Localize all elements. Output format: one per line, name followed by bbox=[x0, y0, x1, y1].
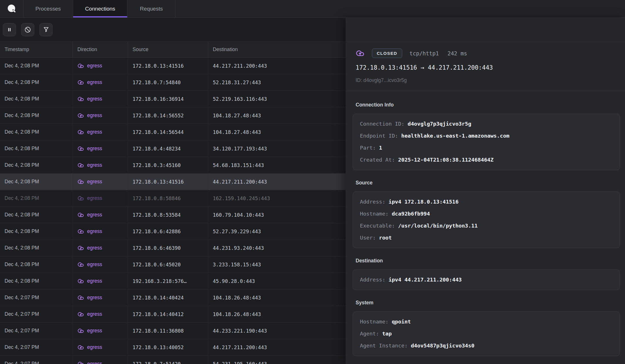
cell-timestamp: Dec 4, 2:08 PM bbox=[0, 58, 73, 74]
table-row[interactable]: Dec 4, 2:07 PM egress 172.18.0.14:40412 … bbox=[0, 306, 346, 323]
cell-timestamp: Dec 4, 2:08 PM bbox=[0, 74, 73, 91]
section-system: SystemHostname: qpointAgent: tapAgent In… bbox=[353, 300, 620, 356]
column-header-timestamp[interactable]: Timestamp bbox=[0, 42, 73, 57]
field-label: Part: bbox=[360, 145, 379, 151]
connection-detail-panel: CLOSED tcp/http1 242 ms 172.18.0.13:4151… bbox=[346, 18, 625, 364]
field-value: ipv4 172.18.0.13:41516 bbox=[388, 199, 458, 205]
cell-destination: 160.79.104.10:443 bbox=[208, 207, 346, 223]
cloud-upload-icon bbox=[77, 327, 84, 334]
cell-destination: 3.233.158.15:443 bbox=[208, 256, 346, 273]
table-row[interactable]: Dec 4, 2:07 PM egress 172.18.0.7:51420 5… bbox=[0, 356, 346, 364]
filter-icon bbox=[43, 26, 49, 33]
column-header-destination[interactable]: Destination bbox=[208, 42, 346, 57]
section-source: SourceAddress: ipv4 172.18.0.13:41516Hos… bbox=[353, 180, 620, 248]
pause-button[interactable] bbox=[3, 23, 16, 36]
direction-label: egress bbox=[87, 129, 102, 135]
field-value: /usr/local/bin/python3.11 bbox=[398, 223, 478, 229]
direction-label: egress bbox=[87, 179, 102, 185]
table-row[interactable]: Dec 4, 2:08 PM egress 172.18.0.8:53584 1… bbox=[0, 207, 346, 223]
table-row[interactable]: Dec 4, 2:08 PM egress 192.168.3.218:576…… bbox=[0, 273, 346, 289]
table-row[interactable]: Dec 4, 2:08 PM egress 172.18.0.3:45160 5… bbox=[0, 157, 346, 174]
direction-label: egress bbox=[87, 162, 102, 168]
cloud-upload-icon bbox=[77, 261, 84, 268]
cloud-upload-icon bbox=[356, 49, 364, 58]
field-value: qpoint bbox=[392, 319, 411, 325]
cell-source: 172.18.0.16:36914 bbox=[128, 91, 208, 107]
section-destination: DestinationAddress: ipv4 44.217.211.200:… bbox=[353, 258, 620, 290]
app-window: ProcessesConnectionsRequests bbox=[0, 0, 625, 364]
table-row[interactable]: Dec 4, 2:08 PM egress 172.18.0.13:41516 … bbox=[0, 174, 346, 190]
field-value: 2025-12-04T21:08:38.112468464Z bbox=[398, 157, 494, 163]
field-label: Agent Instance: bbox=[360, 343, 411, 349]
table-row[interactable]: Dec 4, 2:07 PM egress 172.18.0.14:40424 … bbox=[0, 289, 346, 306]
cell-source: 172.18.0.3:45160 bbox=[128, 157, 208, 173]
table-row[interactable]: Dec 4, 2:08 PM egress 172.18.0.4:48234 3… bbox=[0, 140, 346, 157]
table-row[interactable]: Dec 4, 2:08 PM egress 172.18.0.8:58846 1… bbox=[0, 190, 346, 207]
cell-source: 172.18.0.14:40424 bbox=[128, 289, 208, 306]
direction-label: egress bbox=[87, 295, 102, 301]
column-header-direction[interactable]: Direction bbox=[73, 42, 128, 57]
field-label: Executable: bbox=[360, 223, 398, 229]
status-row: CLOSED tcp/http1 242 ms bbox=[356, 49, 619, 58]
panel-body: Connection InfoConnection ID: d4ovglg7p3… bbox=[346, 91, 625, 364]
table-row[interactable]: Dec 4, 2:08 PM egress 172.18.0.6:45020 3… bbox=[0, 256, 346, 273]
field-line: Hostname: dca92b6fb994 bbox=[360, 208, 613, 220]
app-logo[interactable] bbox=[0, 0, 23, 17]
cell-timestamp: Dec 4, 2:07 PM bbox=[0, 339, 73, 355]
cell-source: 172.18.0.7:54840 bbox=[128, 74, 208, 91]
cell-timestamp: Dec 4, 2:07 PM bbox=[0, 289, 73, 306]
table-row[interactable]: Dec 4, 2:08 PM egress 172.18.0.16:36914 … bbox=[0, 91, 346, 107]
filter-button[interactable] bbox=[39, 23, 53, 36]
cell-timestamp: Dec 4, 2:08 PM bbox=[0, 174, 73, 190]
cell-direction: egress bbox=[73, 289, 128, 306]
table-row[interactable]: Dec 4, 2:08 PM egress 172.18.0.6:42886 5… bbox=[0, 223, 346, 240]
field-value: d4ov5487p3qjicvo34s0 bbox=[411, 343, 474, 349]
cell-source: 172.18.0.11:36808 bbox=[128, 323, 208, 339]
tab-processes[interactable]: Processes bbox=[23, 0, 73, 17]
table-row[interactable]: Dec 4, 2:08 PM egress 172.18.0.6:46390 4… bbox=[0, 240, 346, 256]
table-row[interactable]: Dec 4, 2:07 PM egress 172.18.0.11:36808 … bbox=[0, 323, 346, 339]
cell-destination: 104.18.26.48:443 bbox=[208, 289, 346, 306]
clear-button[interactable] bbox=[21, 23, 34, 36]
field-value: ipv4 44.217.211.200:443 bbox=[388, 277, 462, 283]
section-card: Address: ipv4 44.217.211.200:443 bbox=[353, 270, 620, 290]
content-area: TimestampDirectionSourceDestination Dec … bbox=[0, 18, 625, 364]
cell-direction: egress bbox=[73, 107, 128, 124]
direction-label: egress bbox=[87, 96, 102, 102]
cell-destination: 104.18.27.48:443 bbox=[208, 124, 346, 140]
field-line: Hostname: qpoint bbox=[360, 316, 613, 328]
cell-timestamp: Dec 4, 2:08 PM bbox=[0, 140, 73, 157]
table-row[interactable]: Dec 4, 2:07 PM egress 172.18.0.13:40052 … bbox=[0, 339, 346, 356]
cell-destination: 54.231.195.160:443 bbox=[208, 356, 346, 364]
direction-label: egress bbox=[87, 278, 102, 284]
table-toolbar bbox=[0, 18, 346, 42]
tab-connections[interactable]: Connections bbox=[73, 0, 128, 17]
field-label: Agent: bbox=[360, 331, 382, 337]
cell-source: 172.18.0.13:40052 bbox=[128, 339, 208, 355]
direction-label: egress bbox=[87, 195, 102, 201]
column-header-source[interactable]: Source bbox=[128, 42, 208, 57]
cell-direction: egress bbox=[73, 339, 128, 355]
table-row[interactable]: Dec 4, 2:08 PM egress 172.18.0.14:56544 … bbox=[0, 124, 346, 140]
table-row[interactable]: Dec 4, 2:08 PM egress 172.18.0.14:56552 … bbox=[0, 107, 346, 124]
panel-header-spacer bbox=[346, 18, 625, 42]
cell-source: 172.18.0.14:40412 bbox=[128, 306, 208, 322]
field-line: Created At: 2025-12-04T21:08:38.11246846… bbox=[360, 154, 613, 166]
table-row[interactable]: Dec 4, 2:08 PM egress 172.18.0.13:41516 … bbox=[0, 58, 346, 74]
tab-requests[interactable]: Requests bbox=[127, 0, 175, 17]
connection-id-short: ID: d4ovglg7...icvo3r5g bbox=[356, 77, 619, 83]
field-label: Endpoint ID: bbox=[360, 133, 401, 139]
cell-source: 172.18.0.14:56544 bbox=[128, 124, 208, 140]
cloud-upload-icon bbox=[77, 79, 84, 86]
field-line: Executable: /usr/local/bin/python3.11 bbox=[360, 220, 613, 232]
protocol-label: tcp/http1 bbox=[410, 50, 439, 57]
section-heading: System bbox=[356, 300, 620, 306]
table-row[interactable]: Dec 4, 2:08 PM egress 172.18.0.7:54840 5… bbox=[0, 74, 346, 91]
cell-destination: 104.18.26.48:443 bbox=[208, 306, 346, 322]
cell-direction: egress bbox=[73, 58, 128, 74]
cell-direction: egress bbox=[73, 140, 128, 157]
cell-destination: 52.218.31.27:443 bbox=[208, 74, 346, 91]
direction-label: egress bbox=[87, 311, 102, 317]
cloud-upload-icon bbox=[77, 63, 84, 69]
cell-source: 172.18.0.7:51420 bbox=[128, 356, 208, 364]
